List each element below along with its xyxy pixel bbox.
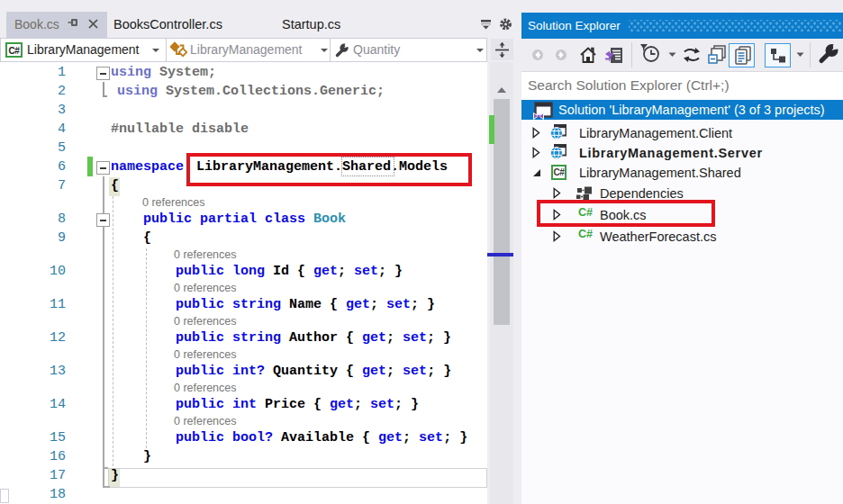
svg-text:C#: C# bbox=[554, 167, 566, 177]
svg-text:C#: C# bbox=[9, 46, 21, 56]
